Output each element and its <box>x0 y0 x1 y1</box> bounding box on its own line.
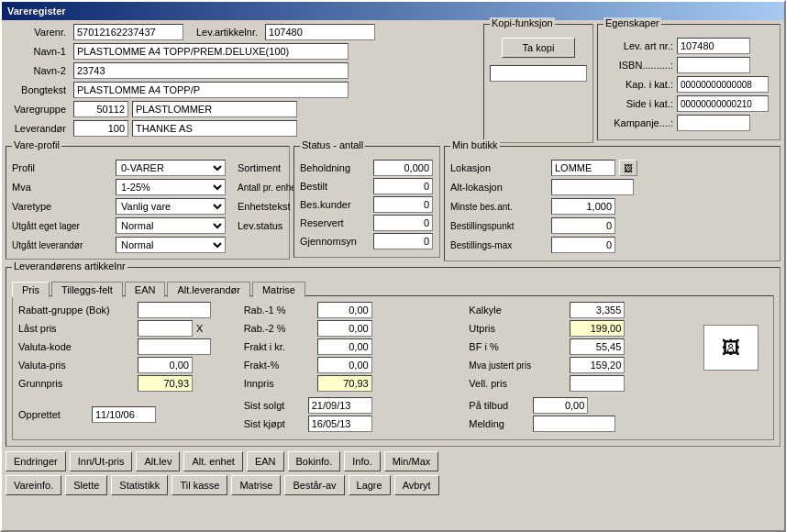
kap-i-kat-input[interactable] <box>677 76 769 93</box>
inn-ut-pris-button[interactable]: Inn/Ut-pris <box>70 451 133 471</box>
kampanje-input[interactable] <box>677 115 750 131</box>
varetype-label: Varetype <box>12 201 113 212</box>
tab-alt-leverandor[interactable]: Alt.leverandør <box>167 282 249 297</box>
bestillings-max-input[interactable] <box>551 237 615 253</box>
beholdning-label: Beholdning <box>300 162 373 173</box>
lagre-button[interactable]: Lagre <box>349 475 391 495</box>
lokasjon-browse-button[interactable]: 🖼 <box>619 160 637 176</box>
grunnpris-input[interactable] <box>138 375 193 392</box>
sist-solgt-label: Sist solgt <box>244 400 308 411</box>
ean-button[interactable]: EAN <box>247 451 284 471</box>
ta-kopi-button[interactable]: Ta kopi <box>502 38 575 58</box>
bf-i-pst-input[interactable] <box>570 338 625 355</box>
kap-i-kat-label: Kap. i kat.: <box>603 79 677 90</box>
matrise-button[interactable]: Matrise <box>231 475 281 495</box>
endringer-button[interactable]: Endringer <box>6 451 66 471</box>
melding-label: Melding <box>469 418 533 429</box>
bestillings-max-label: Bestillings-max <box>450 240 551 250</box>
last-pris-x: X <box>196 323 203 334</box>
leverandor-code-input[interactable] <box>73 120 128 137</box>
opprettet-input[interactable] <box>92 406 156 423</box>
side-i-kat-input[interactable] <box>677 95 769 112</box>
mva-label: Mva <box>12 182 113 193</box>
status-antall-title: Status - antall <box>300 139 365 150</box>
lev-artikkelnr-input[interactable] <box>265 24 375 40</box>
last-pris-label: Låst pris <box>18 323 138 334</box>
bf-i-pst-label: BF i % <box>469 341 570 352</box>
bes-kunder-label: Bes.kunder <box>300 199 373 210</box>
mva-select[interactable]: 1-25% <box>116 179 226 195</box>
side-i-kat-label: Side i kat.: <box>603 98 677 109</box>
utgatt-lev-select[interactable]: Normal <box>116 237 226 253</box>
kopi-input[interactable] <box>490 65 587 82</box>
window-title: Vareregister <box>7 6 66 17</box>
isbn-input[interactable] <box>677 57 750 73</box>
kalkyle-input[interactable] <box>570 302 625 318</box>
sist-solgt-input[interactable] <box>308 397 372 414</box>
bokinfo-button[interactable]: Bokinfo. <box>288 451 341 471</box>
rab2-input[interactable] <box>317 320 372 337</box>
min-max-button[interactable]: Min/Max <box>384 451 439 471</box>
reservert-input[interactable] <box>373 215 433 231</box>
opprettet-label: Opprettet <box>18 409 92 420</box>
alt-enhet-button[interactable]: Alt. enhet <box>183 451 242 471</box>
varegruppe-name-input[interactable] <box>132 101 297 117</box>
varetype-select[interactable]: Vanlig vare <box>116 198 226 215</box>
utgatt-lev-label: Utgått leverandør <box>12 240 113 250</box>
frakt-i-kr-label: Frakt i kr. <box>244 341 317 352</box>
frakt-i-kr-input[interactable] <box>317 338 372 355</box>
tab-pris[interactable]: Pris <box>12 282 50 297</box>
pa-tilbud-input[interactable] <box>533 397 588 414</box>
melding-input[interactable] <box>533 416 615 432</box>
navn1-input[interactable] <box>73 43 349 60</box>
innpris-input[interactable] <box>317 375 372 392</box>
beholdning-input[interactable] <box>373 160 433 176</box>
last-pris-input[interactable] <box>138 320 193 337</box>
bestilt-input[interactable] <box>373 178 433 194</box>
tab-matrise[interactable]: Matrise <box>252 282 305 297</box>
alt-lokasjon-input[interactable] <box>551 179 634 195</box>
rab1-input[interactable] <box>317 302 372 318</box>
bongtekst-input[interactable] <box>73 82 349 98</box>
valuta-pris-input[interactable] <box>138 357 193 373</box>
innpris-label: Innpris <box>244 378 317 389</box>
vare-profil-title: Vare-profil <box>12 139 61 150</box>
statistikk-button[interactable]: Statistikk <box>111 475 168 495</box>
tab-tilleggs-felt[interactable]: Tilleggs-felt <box>51 282 123 297</box>
utpris-input[interactable] <box>570 320 625 337</box>
product-image: 🖼 <box>703 325 758 371</box>
lev-art-nr-input[interactable] <box>677 38 750 54</box>
info-button[interactable]: Info. <box>344 451 380 471</box>
varegruppe-code-input[interactable] <box>73 101 128 117</box>
bestar-av-button[interactable]: Består-av <box>284 475 344 495</box>
pris-tabs: Pris Tilleggs-felt EAN Alt.leverandør Ma… <box>12 281 774 296</box>
bestillingspunkt-input[interactable] <box>551 217 615 234</box>
bes-kunder-input[interactable] <box>373 196 433 213</box>
valuta-kode-input[interactable] <box>138 338 211 355</box>
vell-pris-input[interactable] <box>570 375 625 392</box>
avbryt-button[interactable]: Avbryt <box>394 475 439 495</box>
minste-bes-input[interactable] <box>551 198 615 215</box>
gjennomsyn-input[interactable] <box>373 233 433 249</box>
leverandorens-title: Leverandørens artikkelnr <box>12 260 127 272</box>
kampanje-label: Kampanje....: <box>603 117 677 128</box>
vareinfo-button[interactable]: Vareinfo. <box>6 475 61 495</box>
frakt-pst-input[interactable] <box>317 357 372 373</box>
lokasjon-input[interactable] <box>551 160 615 176</box>
vell-pris-label: Vell. pris <box>469 378 570 389</box>
bongtekst-label: Bongtekst <box>6 84 70 95</box>
alt-lokasjon-label: Alt-lokasjon <box>450 182 551 193</box>
til-kasse-button[interactable]: Til kasse <box>172 475 227 495</box>
utgatt-eget-select[interactable]: Normal <box>116 217 226 234</box>
profil-select[interactable]: 0-VARER <box>116 160 226 176</box>
sist-kjopt-input[interactable] <box>308 416 372 432</box>
alt-lev-button[interactable]: Alt.lev <box>136 451 180 471</box>
varenr-input[interactable] <box>73 24 183 40</box>
mva-justert-input[interactable] <box>570 357 625 373</box>
navn2-input[interactable] <box>73 62 349 79</box>
rabatt-gruppe-input[interactable] <box>138 302 211 318</box>
leverandor-name-input[interactable] <box>132 120 297 137</box>
bestilt-label: Bestilt <box>300 181 373 192</box>
slette-button[interactable]: Slette <box>65 475 107 495</box>
tab-ean[interactable]: EAN <box>125 282 166 297</box>
